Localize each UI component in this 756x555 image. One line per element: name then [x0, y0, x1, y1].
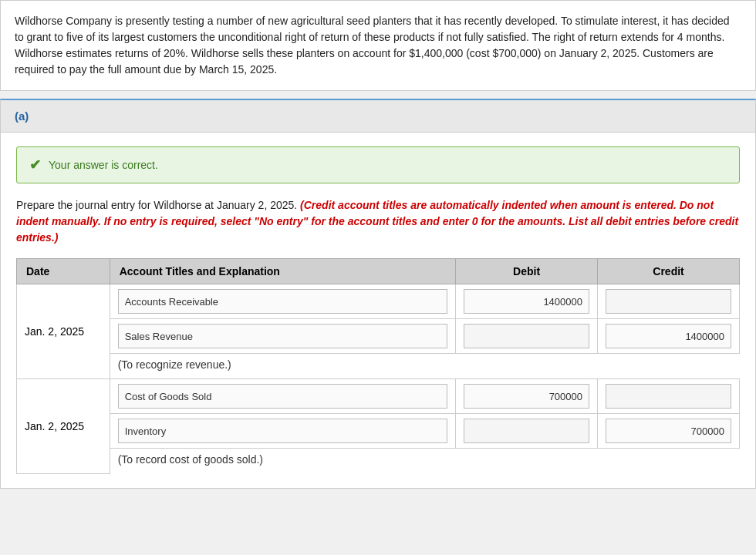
date-cell-2: Jan. 2, 2025 — [17, 379, 110, 474]
problem-text: Wildhorse Company is presently testing a… — [15, 13, 741, 78]
account-cell-ar — [110, 284, 455, 319]
note-row-1: (To recognize revenue.) — [17, 354, 740, 379]
debit-cell-cogs — [456, 379, 598, 414]
note-text-1: (To recognize revenue.) — [110, 354, 739, 379]
header-credit: Credit — [598, 259, 740, 284]
journal-table: Date Account Titles and Explanation Debi… — [16, 258, 740, 474]
table-row: Jan. 2, 2025 — [17, 284, 740, 319]
correct-text: Your answer is correct. — [49, 159, 158, 171]
debit-cell-sr — [456, 319, 598, 354]
credit-input-ar[interactable] — [606, 289, 731, 314]
account-cell-sr — [110, 319, 455, 354]
debit-input-ar[interactable] — [464, 289, 589, 314]
header-date: Date — [17, 259, 110, 284]
account-input-sr[interactable] — [118, 324, 447, 348]
credit-cell-cogs — [598, 379, 740, 414]
content-area: ✔ Your answer is correct. Prepare the jo… — [0, 133, 756, 489]
credit-input-sr[interactable] — [606, 324, 731, 348]
credit-input-inv[interactable] — [606, 419, 731, 443]
note-text-2: (To record cost of goods sold.) — [110, 449, 739, 474]
section-header: (a) — [0, 99, 756, 133]
credit-input-cogs[interactable] — [606, 384, 731, 409]
table-row — [17, 319, 740, 354]
correct-banner: ✔ Your answer is correct. — [16, 146, 740, 183]
account-input-cogs[interactable] — [118, 384, 447, 409]
date-cell-1: Jan. 2, 2025 — [17, 284, 110, 379]
table-header-row: Date Account Titles and Explanation Debi… — [17, 259, 740, 284]
debit-input-cogs[interactable] — [464, 384, 589, 409]
debit-cell-ar — [456, 284, 598, 319]
section-label: (a) — [15, 109, 29, 123]
account-cell-cogs — [110, 379, 455, 414]
account-cell-inv — [110, 414, 455, 449]
account-input-inv[interactable] — [118, 419, 447, 443]
credit-cell-sr — [598, 319, 740, 354]
instruction-main: Prepare the journal entry for Wildhorse … — [16, 197, 740, 246]
header-debit: Debit — [456, 259, 598, 284]
account-input-ar[interactable] — [118, 289, 447, 314]
note-row-2: (To record cost of goods sold.) — [17, 449, 740, 474]
debit-input-sr[interactable] — [464, 324, 589, 348]
debit-input-inv[interactable] — [464, 419, 589, 443]
credit-cell-ar — [598, 284, 740, 319]
table-row — [17, 414, 740, 449]
header-account: Account Titles and Explanation — [110, 259, 455, 284]
debit-cell-inv — [456, 414, 598, 449]
table-row: Jan. 2, 2025 — [17, 379, 740, 414]
check-icon: ✔ — [29, 156, 41, 173]
credit-cell-inv — [598, 414, 740, 449]
problem-description: Wildhorse Company is presently testing a… — [0, 0, 756, 91]
